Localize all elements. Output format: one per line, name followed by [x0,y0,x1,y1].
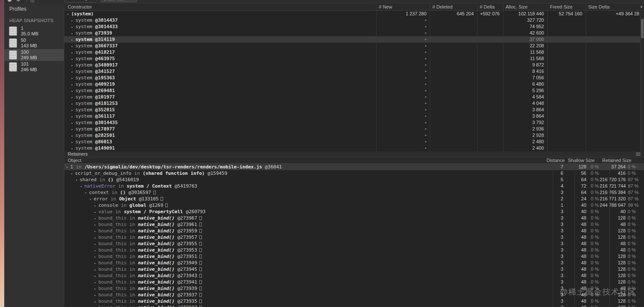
retainers-header-bar[interactable]: Retainers [64,151,644,157]
snapshot-item[interactable]: 100249 MB [4,49,64,61]
constructor-row[interactable]: ▸system @101977•4 584 [64,94,644,100]
expand-icon[interactable]: ▸ [71,30,75,36]
vertical-scrollbar[interactable] [640,11,644,151]
expand-icon[interactable]: ▸ [94,260,98,266]
expand-icon[interactable]: ▸ [71,81,75,87]
retainer-row[interactable]: ▸value in system / PropertyCell @2607933… [64,209,644,215]
column-constructor[interactable]: Constructor [64,4,376,10]
column-distance[interactable]: Distance [544,157,565,163]
constructor-row[interactable]: ▸system @3480917•9 872 [64,62,644,68]
retainer-row[interactable]: ▸bound_this in native_bind() @2739433480… [64,272,644,279]
retainer-row[interactable]: ▾script_or_debug_info in (shared functio… [64,170,644,177]
expand-icon[interactable]: ▸ [94,286,98,292]
constructor-row[interactable]: ▸system @73939•42 600 [64,30,644,36]
expand-icon[interactable]: ▸ [71,94,75,100]
constructor-row[interactable]: ▸system @269481•5 296 [64,87,644,94]
retainer-row[interactable]: ▸bound_this in native_bind() @2739373480… [64,292,644,298]
retainer-row[interactable]: ▸console in global @12691400 %244 788 94… [64,202,644,209]
toolbar-icon[interactable] [30,0,34,3]
expand-icon[interactable]: ▸ [94,228,98,234]
expand-icon[interactable]: ▸ [71,17,75,23]
retainer-row[interactable]: ▸bound_this in native_bind() @2739413480… [64,279,644,285]
retainer-row[interactable]: ▸bound_this in native_bind() @2739393480… [64,285,644,292]
expand-icon[interactable]: ▸ [94,266,98,272]
expand-icon[interactable]: ▸ [71,133,75,139]
constructor-row[interactable]: ▸system @3014435•3 792 [64,119,644,126]
constructor-row[interactable]: ▸system @4181253•4 048 [64,100,644,107]
column-shallow-size[interactable]: Shallow Size [565,157,600,163]
constructor-row[interactable]: ▸system @3014437•327 720 [64,17,644,23]
constructor-row[interactable]: ▸system @314119•37 000 [64,36,644,43]
expand-icon[interactable]: ▸ [71,145,75,151]
snapshot-item[interactable]: 50143 MB [4,37,64,49]
expand-icon[interactable]: ▸ [94,305,98,307]
retainer-row[interactable]: ▸bound_this in native_bind() @2739673480… [64,215,644,221]
expand-icon[interactable]: ▸ [94,292,98,298]
column-freed-size[interactable]: Freed Size [547,4,585,10]
expand-icon[interactable]: ▸ [94,209,98,215]
expand-icon[interactable]: ▸ [94,273,98,279]
constructor-row[interactable]: ▸system @149091•2 400 [64,145,644,151]
retainer-row[interactable]: ▸bound_this in native_bind() @2739353480… [64,298,644,304]
collapse-icon[interactable]: ▾ [80,183,84,189]
expand-icon[interactable]: ▸ [71,113,75,119]
base-snapshot-select[interactable]: 50 ▾ [140,0,158,3]
constructor-row[interactable]: ▸system @3014433•74 952 [64,23,644,30]
constructor-row[interactable]: ▸system @341527•8 416 [64,68,644,75]
expand-icon[interactable]: ▸ [71,126,75,132]
column-retained-size[interactable]: Retained Size [600,157,644,163]
retainer-row[interactable]: ▸bound_this in native_bind() @2739533480… [64,247,644,253]
collapse-icon[interactable]: ▾ [89,196,94,202]
expand-icon[interactable]: ▸ [94,235,98,240]
column-new[interactable]: # New [376,4,429,10]
retainer-row[interactable]: ▾nativeError in system / Context @541976… [64,183,644,189]
constructor-row[interactable]: ▸system @86013•2 480 [64,139,644,145]
retainer-row[interactable]: ▸bound_this in native_bind() @2739513480… [64,253,644,260]
constructor-row[interactable]: ▸system @178977•2 936 [64,126,644,132]
constructor-row[interactable]: ▸system @361117•3 864 [64,113,644,119]
menu-icon[interactable] [636,154,641,154]
snapshot-item[interactable]: 101246 MB [4,61,64,73]
retainer-row[interactable]: ▸bound_this in native_bind() @2739453480… [64,266,644,272]
constructor-row[interactable]: ▸system @409219•6 480 [64,81,644,87]
column-size-delta[interactable]: Size Delta ▼ [585,4,644,10]
expand-icon[interactable]: ▸ [71,75,75,81]
expand-icon[interactable]: ▸ [71,107,75,113]
clear-profiles-icon[interactable] [17,0,20,1]
column-alloc-size[interactable]: Alloc. Size [503,4,547,10]
snapshot-item[interactable]: 135.0 MB [4,25,64,37]
retainer-row[interactable]: ▾context in () @30365973640 %216 765 384… [64,189,644,196]
column-object[interactable]: Object [64,157,544,163]
constructor-row[interactable]: ▸system @352815•3 864 [64,107,644,113]
retainer-row[interactable]: ▾1 in /Users/sigmaliu/dev/desktop/tsr-re… [64,164,644,170]
retainer-row[interactable]: ▾error in Object @1331052240 %216 771 32… [64,196,644,202]
constructor-row[interactable]: ▸system @463975•11 568 [64,55,644,62]
constructor-row[interactable]: ▸system @282501•2 928 [64,132,644,139]
expand-icon[interactable]: ▸ [94,298,98,304]
collapse-icon[interactable]: ▾ [85,190,89,196]
expand-icon[interactable]: ▸ [94,215,98,221]
scrollbar-thumb[interactable] [641,19,644,38]
expand-icon[interactable]: ▸ [71,120,75,126]
collapse-icon[interactable]: ▾ [66,164,70,170]
expand-icon[interactable]: ▸ [94,254,98,260]
expand-icon[interactable]: ▸ [71,37,75,43]
constructor-row[interactable]: ▸system @195363•7 056 [64,75,644,81]
collapse-icon[interactable]: ▾ [67,11,71,17]
expand-icon[interactable]: ▸ [71,69,75,75]
collapse-icon[interactable]: ▾ [75,177,80,183]
expand-icon[interactable]: ▸ [94,279,98,285]
column-delta[interactable]: # Delta [477,4,503,10]
constructor-row[interactable]: ▸system @3667337•22 208 [64,43,644,49]
perspective-select[interactable]: Summary ▾ [65,0,97,3]
retainer-row[interactable]: ▸bound_this in native_bind() @2739333480… [64,304,644,307]
class-filter-input[interactable] [101,0,137,2]
retainer-row[interactable]: ▸bound_this in native_bind() @2739613480… [64,221,644,228]
expand-icon[interactable]: ▸ [94,247,98,253]
expand-icon[interactable]: ▸ [71,24,75,30]
expand-icon[interactable]: ▸ [94,203,98,209]
retainer-row[interactable]: ▸bound_this in native_bind() @2739553480… [64,240,644,247]
expand-icon[interactable]: ▸ [71,56,75,62]
expand-icon[interactable]: ▸ [71,62,75,68]
retainer-row[interactable]: ▾shared in () @54160195640 %216 720 1768… [64,177,644,183]
